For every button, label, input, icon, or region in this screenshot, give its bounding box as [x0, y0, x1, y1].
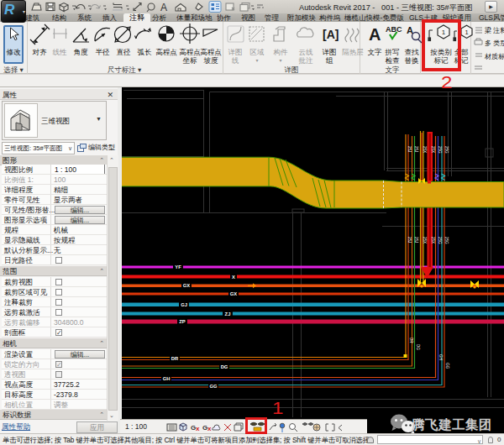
- svg-text:ABC: ABC: [386, 25, 402, 34]
- svg-text:文字: 文字: [386, 65, 401, 74]
- svg-text:X: X: [232, 275, 235, 280]
- svg-text:组: 组: [326, 56, 333, 65]
- svg-text:GH: GH: [438, 354, 443, 360]
- svg-text:拼写: 拼写: [385, 48, 400, 56]
- svg-text:多 类别: 多 类别: [485, 39, 504, 47]
- svg-text:构件: 构件: [274, 48, 289, 56]
- svg-text:GX: GX: [183, 283, 191, 288]
- svg-text:25G: 25G: [438, 146, 442, 154]
- svg-text:DG: DG: [416, 344, 420, 350]
- svg-text:直径: 直径: [117, 48, 132, 56]
- svg-text:GH: GH: [163, 376, 171, 381]
- svg-text:x: x: [207, 425, 212, 432]
- svg-text:检查: 检查: [386, 56, 401, 65]
- svg-text:GX: GX: [230, 291, 238, 296]
- svg-text:线: 线: [232, 56, 239, 65]
- svg-text:25X: 25X: [423, 146, 427, 153]
- svg-text:尺寸标注 ▾: 尺寸标注 ▾: [108, 65, 142, 74]
- svg-text:详图: 详图: [323, 48, 337, 56]
- svg-text:半径: 半径: [96, 48, 111, 56]
- svg-text:ZJ: ZJ: [225, 312, 231, 317]
- svg-text:批注: 批注: [298, 56, 314, 65]
- svg-text:DR: DR: [171, 356, 179, 361]
- svg-text:文字: 文字: [368, 48, 383, 56]
- svg-text:A: A: [160, 2, 167, 13]
- svg-text:坐标: 坐标: [183, 56, 198, 65]
- svg-text:25J: 25J: [407, 146, 412, 152]
- svg-text:区域: 区域: [250, 48, 265, 56]
- svg-text:云线: 云线: [299, 48, 314, 56]
- svg-text:25J: 25J: [414, 237, 418, 243]
- svg-text:角度: 角度: [74, 48, 89, 56]
- svg-text:▾: ▾: [279, 58, 281, 63]
- svg-text:对齐: 对齐: [33, 48, 48, 56]
- svg-text:YF: YF: [175, 264, 181, 270]
- svg-text:25G: 25G: [444, 237, 449, 244]
- svg-text:[A]: [A]: [323, 28, 339, 41]
- svg-text:高程点: 高程点: [155, 48, 177, 56]
- svg-text:25X: 25X: [423, 237, 427, 243]
- svg-text:弧长: 弧长: [138, 48, 153, 56]
- svg-text:替换: 替换: [405, 56, 419, 65]
- svg-text:查找: 查找: [405, 48, 420, 56]
- svg-text:选择 ▾: 选择 ▾: [3, 65, 24, 74]
- svg-text:25X: 25X: [431, 146, 435, 153]
- svg-text:DG: DG: [221, 364, 228, 369]
- svg-text:梁 注释: 梁 注释: [485, 26, 504, 34]
- svg-text:材质标记: 材质标记: [484, 53, 504, 60]
- svg-text:25G: 25G: [444, 146, 449, 154]
- svg-text:GG: GG: [209, 384, 218, 389]
- svg-text:25G: 25G: [438, 237, 442, 244]
- svg-text:GG: GG: [445, 363, 449, 369]
- svg-text:25X: 25X: [431, 237, 435, 243]
- svg-text:25J: 25J: [414, 146, 418, 152]
- svg-text:详图: 详图: [285, 65, 299, 74]
- svg-text:线性: 线性: [53, 48, 68, 56]
- svg-text:高程点: 高程点: [200, 48, 222, 56]
- svg-text:隔热层: 隔热层: [342, 48, 364, 56]
- svg-text:x: x: [196, 425, 200, 432]
- svg-text:A: A: [369, 25, 381, 44]
- svg-text:坡度: 坡度: [203, 56, 219, 65]
- svg-text:修改: 修改: [7, 48, 22, 56]
- svg-text:详图: 详图: [228, 48, 243, 56]
- svg-text:1: 1: [465, 29, 468, 36]
- svg-text:25J: 25J: [407, 237, 412, 243]
- svg-text:GJ: GJ: [181, 302, 187, 307]
- svg-text:高程点: 高程点: [179, 48, 201, 56]
- svg-text:ZP: ZP: [179, 319, 186, 324]
- svg-text:DR: DR: [409, 338, 413, 343]
- svg-text:▾: ▾: [255, 58, 258, 63]
